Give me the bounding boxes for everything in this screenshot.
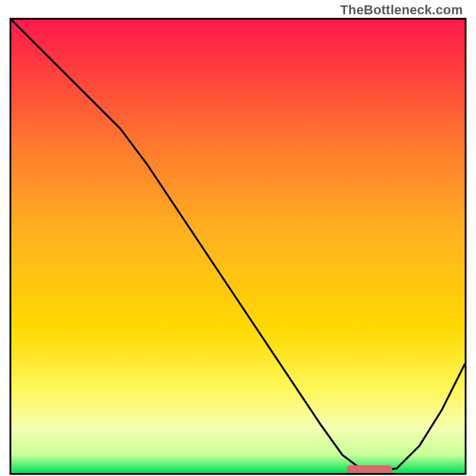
chart-frame — [10, 18, 466, 475]
chart-marker — [347, 465, 392, 473]
chart-plot — [11, 20, 465, 473]
watermark-text: TheBottleneck.com — [340, 2, 463, 18]
